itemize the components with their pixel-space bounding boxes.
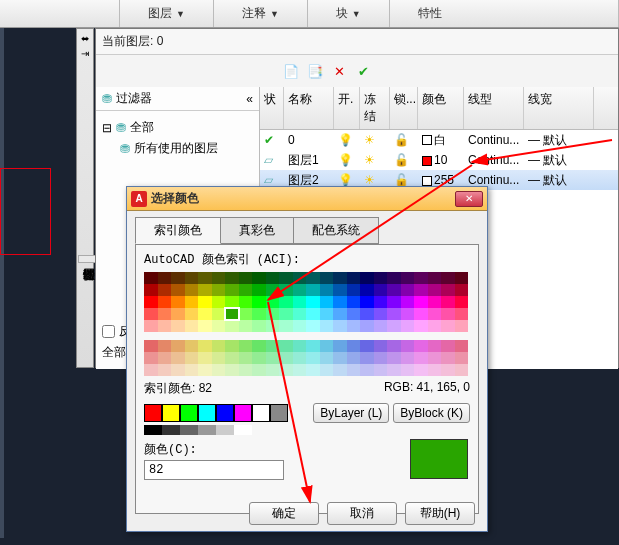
palette-cell[interactable] — [239, 352, 253, 364]
palette-cell[interactable] — [252, 308, 266, 320]
palette-cell[interactable] — [401, 352, 415, 364]
palette-cell[interactable] — [401, 296, 415, 308]
palette-cell[interactable] — [455, 308, 469, 320]
palette-cell[interactable] — [374, 320, 388, 332]
tree-child-used[interactable]: ⛃所有使用的图层 — [100, 138, 255, 159]
palette-cell[interactable] — [401, 272, 415, 284]
palette-cell[interactable] — [225, 272, 239, 284]
palette-cell[interactable] — [279, 352, 293, 364]
palette-cell[interactable] — [455, 296, 469, 308]
std-green[interactable] — [180, 404, 198, 422]
palette-cell[interactable] — [360, 308, 374, 320]
palette-cell[interactable] — [374, 308, 388, 320]
palette-cell[interactable] — [387, 308, 401, 320]
palette-cell[interactable] — [374, 272, 388, 284]
palette-cell[interactable] — [279, 340, 293, 352]
palette-cell[interactable] — [158, 364, 172, 376]
palette-cell[interactable] — [185, 272, 199, 284]
new-layer-icon[interactable]: 📄 — [282, 62, 300, 80]
palette-cell[interactable] — [144, 340, 158, 352]
palette-cell[interactable] — [144, 320, 158, 332]
palette-cell[interactable] — [252, 284, 266, 296]
palette-cell[interactable] — [360, 320, 374, 332]
std-blue[interactable] — [216, 404, 234, 422]
layer-row[interactable]: ▱图层1💡☀🔓10Continu...— 默认 — [260, 150, 618, 170]
palette-cell[interactable] — [455, 272, 469, 284]
palette-cell[interactable] — [360, 272, 374, 284]
palette-cell[interactable] — [158, 340, 172, 352]
palette-cell[interactable] — [212, 364, 226, 376]
palette-cell[interactable] — [428, 340, 442, 352]
palette-cell[interactable] — [266, 364, 280, 376]
palette-cell[interactable] — [158, 272, 172, 284]
palette-cell[interactable] — [320, 272, 334, 284]
tab-true-color[interactable]: 真彩色 — [220, 217, 294, 244]
palette-cell[interactable] — [320, 340, 334, 352]
palette-cell[interactable] — [144, 352, 158, 364]
palette-cell[interactable] — [401, 364, 415, 376]
palette-cell[interactable] — [333, 340, 347, 352]
palette-cell[interactable] — [239, 284, 253, 296]
palette-cell[interactable] — [306, 364, 320, 376]
palette-cell[interactable] — [306, 284, 320, 296]
palette-cell[interactable] — [360, 352, 374, 364]
palette-cell[interactable] — [387, 320, 401, 332]
palette-cell[interactable] — [414, 320, 428, 332]
palette-cell[interactable] — [320, 308, 334, 320]
palette-cell[interactable] — [239, 296, 253, 308]
palette-cell[interactable] — [441, 320, 455, 332]
palette-cell[interactable] — [401, 308, 415, 320]
palette-cell[interactable] — [212, 272, 226, 284]
palette-cell[interactable] — [360, 364, 374, 376]
palette-cell[interactable] — [347, 352, 361, 364]
palette-cell[interactable] — [320, 364, 334, 376]
palette-cell[interactable] — [212, 320, 226, 332]
palette-cell[interactable] — [293, 340, 307, 352]
palette-cell[interactable] — [293, 352, 307, 364]
close-icon[interactable]: ✕ — [455, 191, 483, 207]
palette-cell[interactable] — [279, 320, 293, 332]
palette-cell[interactable] — [279, 364, 293, 376]
palette-cell[interactable] — [320, 284, 334, 296]
palette-cell[interactable] — [279, 308, 293, 320]
col-lw[interactable]: 线宽 — [524, 87, 594, 129]
pin-icon[interactable]: ⬌ — [81, 33, 89, 44]
palette-cell[interactable] — [171, 284, 185, 296]
palette-cell[interactable] — [252, 296, 266, 308]
palette-cell[interactable] — [333, 352, 347, 364]
palette-cell[interactable] — [171, 352, 185, 364]
palette-cell[interactable] — [266, 308, 280, 320]
palette-cell[interactable] — [198, 340, 212, 352]
gray-swatch[interactable] — [162, 425, 180, 435]
palette-cell[interactable] — [306, 308, 320, 320]
palette-cell[interactable] — [306, 296, 320, 308]
palette-cell[interactable] — [279, 296, 293, 308]
ribbon-group-props[interactable]: 特性 — [390, 0, 619, 27]
palette-cell[interactable] — [306, 320, 320, 332]
gray-swatch[interactable] — [234, 425, 252, 435]
palette-cell[interactable] — [239, 340, 253, 352]
palette-cell[interactable] — [171, 320, 185, 332]
std-red[interactable] — [144, 404, 162, 422]
palette-cell[interactable] — [306, 352, 320, 364]
dialog-titlebar[interactable]: A 选择颜色 ✕ — [127, 187, 487, 211]
palette-cell[interactable] — [374, 364, 388, 376]
palette-cell[interactable] — [212, 340, 226, 352]
palette-cell[interactable] — [171, 364, 185, 376]
palette-cell[interactable] — [401, 320, 415, 332]
palette-cell[interactable] — [266, 320, 280, 332]
palette-cell[interactable] — [333, 308, 347, 320]
palette-cell[interactable] — [360, 340, 374, 352]
col-name[interactable]: 名称 — [284, 87, 334, 129]
gray-swatch[interactable] — [198, 425, 216, 435]
palette-cell[interactable] — [306, 272, 320, 284]
palette-cell[interactable] — [428, 284, 442, 296]
palette-cell[interactable] — [144, 296, 158, 308]
palette-cell[interactable] — [144, 284, 158, 296]
palette-cell[interactable] — [185, 340, 199, 352]
palette-cell[interactable] — [252, 364, 266, 376]
palette-cell[interactable] — [171, 272, 185, 284]
gray-swatch[interactable] — [180, 425, 198, 435]
palette-cell[interactable] — [158, 308, 172, 320]
palette-cell[interactable] — [225, 352, 239, 364]
